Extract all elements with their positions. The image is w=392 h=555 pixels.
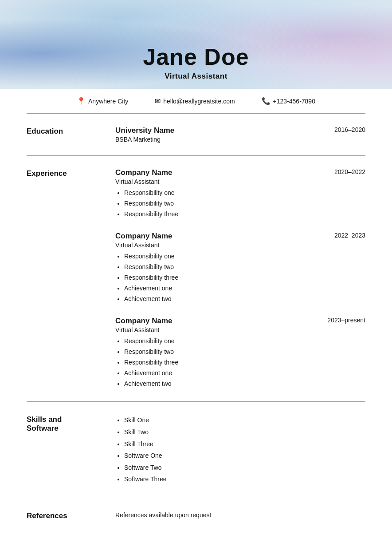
references-text: References available upon request: [115, 511, 365, 519]
experience-label: Experience: [27, 168, 115, 389]
list-item: Responsibility three: [124, 209, 365, 220]
references-section: References References available upon req…: [27, 498, 365, 533]
candidate-name: Jane Doe: [0, 44, 392, 70]
list-item: Skill Two: [124, 426, 365, 438]
contact-bar: 📍 Anywhere City ✉ hello@reallygreatsite.…: [0, 89, 392, 113]
education-details: University Name BSBA Marketing: [115, 126, 174, 143]
job-company-1: Company Name: [115, 168, 172, 177]
list-item: Responsibility two: [124, 198, 365, 209]
experience-body: Company Name 2020–2022 Virtual Assistant…: [115, 168, 365, 389]
job-company-2: Company Name: [115, 232, 172, 241]
email-text: hello@reallygreatsite.com: [163, 98, 235, 105]
list-item: Responsibility three: [124, 273, 365, 283]
list-item: Achievement one: [124, 283, 365, 294]
education-body: University Name BSBA Marketing 2016–2020: [115, 126, 365, 143]
job-dates-3: 2023–present: [327, 317, 365, 324]
list-item: Responsibility one: [124, 188, 365, 198]
email-icon: ✉: [155, 97, 161, 105]
location-icon: 📍: [77, 97, 86, 105]
list-item: Responsibility two: [124, 347, 365, 357]
job-dates-1: 2020–2022: [334, 168, 365, 175]
job-header-3: Company Name 2023–present: [115, 317, 365, 325]
job-title-1: Virtual Assistant: [115, 178, 365, 185]
location-text: Anywhere City: [88, 98, 128, 105]
references-body: References available upon request: [115, 511, 365, 520]
job-block-1: Company Name 2020–2022 Virtual Assistant…: [115, 168, 365, 219]
university-name: University Name: [115, 126, 174, 135]
job-title-3: Virtual Assistant: [115, 326, 365, 333]
resume-container: Jane Doe Virtual Assistant 📍 Anywhere Ci…: [0, 0, 392, 555]
skills-label: Skills andSoftware: [27, 414, 115, 485]
education-label: Education: [27, 126, 115, 143]
list-item: Skill One: [124, 414, 365, 426]
education-dates: 2016–2020: [334, 126, 365, 133]
job-block-3: Company Name 2023–present Virtual Assist…: [115, 317, 365, 389]
contact-location: 📍 Anywhere City: [77, 97, 128, 105]
experience-section: Experience Company Name 2020–2022 Virtua…: [27, 156, 365, 402]
skills-list: Skill One Skill Two Skill Three Software…: [115, 414, 365, 485]
phone-text: +123-456-7890: [273, 98, 315, 105]
job-header-2: Company Name 2022–2023: [115, 232, 365, 241]
list-item: Software Two: [124, 462, 365, 474]
list-item: Achievement two: [124, 294, 365, 305]
contact-email: ✉ hello@reallygreatsite.com: [155, 97, 235, 105]
list-item: Skill Three: [124, 438, 365, 450]
phone-icon: 📞: [262, 97, 270, 105]
references-label: References: [27, 511, 115, 520]
job-title-2: Virtual Assistant: [115, 242, 365, 249]
list-item: Achievement one: [124, 368, 365, 379]
list-item: Achievement two: [124, 379, 365, 389]
job-block-2: Company Name 2022–2023 Virtual Assistant…: [115, 232, 365, 304]
skills-section: Skills andSoftware Skill One Skill Two S…: [27, 402, 365, 498]
main-content: Education University Name BSBA Marketing…: [0, 114, 392, 533]
job-list-1: Responsibility one Responsibility two Re…: [115, 188, 365, 219]
job-list-3: Responsibility one Responsibility two Re…: [115, 336, 365, 389]
list-item: Software Three: [124, 473, 365, 485]
job-list-2: Responsibility one Responsibility two Re…: [115, 251, 365, 304]
candidate-title: Virtual Assistant: [0, 72, 392, 81]
contact-phone: 📞 +123-456-7890: [262, 97, 315, 105]
job-header-1: Company Name 2020–2022: [115, 168, 365, 177]
education-section: Education University Name BSBA Marketing…: [27, 114, 365, 156]
skills-body: Skill One Skill Two Skill Three Software…: [115, 414, 365, 485]
header-content: Jane Doe Virtual Assistant: [0, 44, 392, 81]
job-dates-2: 2022–2023: [334, 232, 365, 239]
list-item: Responsibility two: [124, 262, 365, 273]
header-background: Jane Doe Virtual Assistant: [0, 0, 392, 89]
job-company-3: Company Name: [115, 317, 172, 325]
list-item: Responsibility one: [124, 336, 365, 347]
degree-name: BSBA Marketing: [115, 136, 174, 143]
education-row: University Name BSBA Marketing 2016–2020: [115, 126, 365, 143]
list-item: Responsibility three: [124, 357, 365, 368]
list-item: Responsibility one: [124, 251, 365, 262]
list-item: Software One: [124, 450, 365, 462]
